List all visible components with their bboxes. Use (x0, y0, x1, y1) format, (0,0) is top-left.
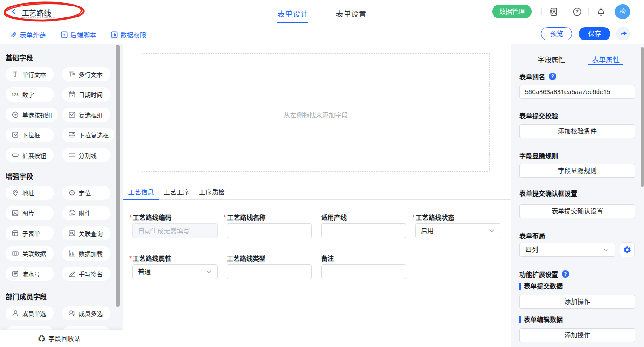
svg-text:?: ? (575, 9, 579, 14)
svg-text:123: 123 (12, 92, 19, 97)
